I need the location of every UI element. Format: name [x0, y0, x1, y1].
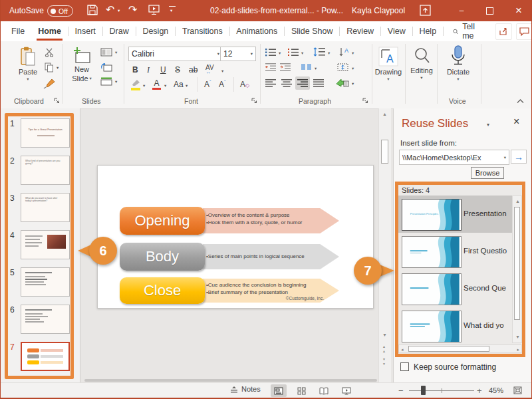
scroll-down-arrow[interactable]: ▼ — [382, 332, 387, 337]
bullet-list-button[interactable] — [265, 48, 276, 58]
slide-sorter-view-button[interactable] — [293, 384, 309, 397]
slide-layout-button[interactable] — [100, 48, 112, 58]
reuse-scroll-up[interactable]: ▲ — [515, 199, 520, 203]
customize-toolbar-button[interactable] — [169, 6, 176, 7]
numbered-list-button[interactable] — [288, 48, 299, 58]
text-direction-caret-icon[interactable]: ▾ — [352, 66, 354, 70]
share-button[interactable] — [495, 23, 512, 40]
scroll-thumb[interactable] — [381, 140, 388, 164]
copy-button[interactable] — [45, 63, 54, 74]
zoom-slider-thumb[interactable] — [421, 386, 426, 395]
spacing-caret-icon[interactable]: ▾ — [221, 69, 223, 73]
comments-button[interactable] — [516, 23, 532, 40]
fit-slide-to-window-button[interactable] — [513, 386, 523, 396]
clipboard-dialog-launcher[interactable] — [54, 97, 60, 105]
font-size-combo[interactable]: 12 ▾ — [220, 47, 256, 61]
bold-button[interactable]: B — [132, 65, 138, 74]
strikethrough-button[interactable]: S — [175, 65, 180, 74]
reuse-h-scroll-thumb[interactable] — [408, 346, 489, 352]
normal-view-button[interactable] — [271, 384, 287, 397]
paragraph-dialog-launcher[interactable] — [362, 97, 368, 105]
convert-smartart-button[interactable] — [336, 78, 349, 89]
justify-button[interactable] — [313, 79, 324, 88]
previous-slide-button[interactable]: ▲▲ — [382, 344, 386, 354]
tab-home[interactable]: Home — [31, 21, 68, 41]
reuse-slide-item-3[interactable]: Second Que — [398, 270, 512, 307]
tab-transitions[interactable]: Transitions — [176, 21, 229, 41]
canvas-h-scrollbar[interactable] — [84, 379, 377, 382]
character-spacing-button[interactable]: AV ↔ — [205, 64, 214, 75]
pane-menu-caret-icon[interactable]: ▾ — [487, 123, 489, 127]
columns-button[interactable] — [301, 63, 312, 72]
keep-source-formatting-checkbox[interactable] — [400, 362, 409, 371]
smartart-caret-icon[interactable]: ▾ — [352, 82, 354, 86]
undo-caret-icon[interactable]: ▾ — [118, 9, 120, 13]
reading-view-button[interactable] — [316, 384, 332, 397]
reuse-list-v-scrollbar[interactable]: ▲ ▼ — [512, 196, 522, 343]
slide-thumbnail-5[interactable] — [21, 267, 70, 297]
reuse-slide-item-1-selected[interactable]: Presentation Principles Presentation — [398, 196, 512, 233]
paste-button[interactable]: Paste ▾ — [13, 47, 43, 81]
tab-draw[interactable]: Draw — [103, 21, 136, 41]
redo-button[interactable]: ↷ — [128, 3, 137, 16]
slide-thumbnail-3[interactable]: What do you want to have after today's p… — [21, 193, 70, 222]
start-slideshow-button[interactable] — [148, 5, 160, 17]
tab-design[interactable]: Design — [136, 21, 175, 41]
user-name[interactable]: Kayla Claypool — [352, 6, 405, 15]
font-name-combo[interactable]: Calibri ▾ — [128, 47, 223, 61]
reuse-scroll-left[interactable]: ◂ — [401, 347, 404, 352]
pane-close-button[interactable]: × — [513, 116, 519, 128]
new-slide-button[interactable]: New Slide▾ — [66, 47, 98, 82]
zoom-out-button[interactable]: − — [398, 386, 404, 396]
reset-slide-button[interactable] — [100, 63, 112, 74]
bullet-caret-icon[interactable]: ▾ — [279, 51, 281, 55]
italic-button[interactable]: I — [147, 65, 150, 75]
zoom-in-button[interactable]: + — [477, 386, 482, 396]
scroll-up-arrow[interactable]: ▲ — [382, 112, 387, 116]
layout-caret-icon[interactable]: ▾ — [115, 51, 117, 55]
highlight-color-button[interactable] — [131, 80, 140, 90]
close-shape[interactable]: Close — [120, 277, 205, 304]
underline-button[interactable]: U — [160, 65, 166, 74]
format-painter-button[interactable] — [43, 78, 55, 90]
tab-insert[interactable]: Insert — [68, 21, 102, 41]
grow-font-button[interactable]: Aˆ — [204, 80, 211, 89]
line-spacing-button[interactable] — [313, 47, 325, 58]
reuse-scroll-right[interactable]: ▸ — [517, 347, 519, 352]
reuse-scroll-thumb[interactable] — [514, 207, 520, 320]
kerning-button[interactable]: ab — [189, 65, 198, 74]
shrink-font-button[interactable]: Aˇ — [219, 80, 225, 89]
dictate-button[interactable]: Dictate ▾ — [442, 45, 474, 81]
change-case-button[interactable]: Aa — [174, 80, 184, 89]
collapse-ribbon-button[interactable] — [517, 97, 524, 105]
slide-thumbnail-6[interactable] — [21, 305, 70, 334]
numbered-caret-icon[interactable]: ▾ — [301, 51, 303, 55]
insert-from-combo[interactable]: \\Mac\Home\Desktop\Ex ▾ — [399, 150, 509, 165]
slide-thumbnail-1[interactable]: Tips for a Great Presentation — [21, 118, 70, 148]
font-dialog-launcher[interactable] — [251, 97, 257, 105]
highlight-caret-icon[interactable]: ▾ — [143, 84, 145, 88]
font-color-caret-icon[interactable]: ▾ — [164, 84, 166, 88]
slide-thumbnail-7-selected[interactable] — [21, 342, 70, 371]
clear-formatting-button[interactable]: A◇ — [240, 80, 249, 89]
slide-thumbnail-2[interactable]: What kind of presentation are you giving… — [21, 156, 70, 185]
tell-me-search[interactable]: Tell me — [453, 22, 479, 41]
next-slide-button[interactable]: ▼▼ — [382, 357, 386, 366]
drawing-button[interactable]: A Drawing ▾ — [374, 47, 402, 81]
columns-caret-icon[interactable]: ▾ — [315, 66, 317, 70]
tab-view[interactable]: View — [381, 21, 412, 41]
tab-help[interactable]: Help — [412, 21, 443, 41]
tab-animations[interactable]: Animations — [229, 21, 284, 41]
reuse-scroll-down[interactable]: ▼ — [515, 334, 520, 339]
ribbon-display-options-button[interactable] — [420, 5, 431, 18]
cut-button[interactable] — [45, 48, 55, 59]
font-color-button[interactable]: A — [152, 78, 161, 90]
opening-shape[interactable]: Opening — [120, 207, 205, 235]
sort-caret-icon[interactable]: ▾ — [352, 51, 354, 55]
go-arrow-button[interactable]: → — [511, 150, 527, 164]
increase-indent-button[interactable] — [280, 63, 291, 72]
align-center-button[interactable] — [281, 79, 292, 88]
customize-caret-icon[interactable]: ▾ — [170, 9, 172, 13]
reuse-list-h-scrollbar[interactable]: ◂ ▸ — [398, 344, 522, 353]
reuse-slide-item-2[interactable]: First Questio — [398, 233, 512, 270]
